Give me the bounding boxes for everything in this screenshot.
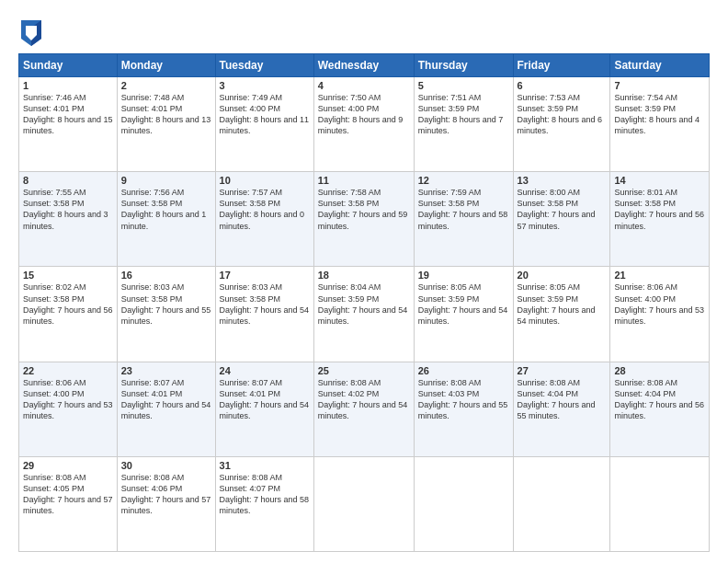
day-content: Sunrise: 7:48 AMSunset: 4:01 PMDaylight:… — [121, 92, 211, 137]
day-content: Sunrise: 8:00 AMSunset: 3:58 PMDaylight:… — [518, 187, 607, 232]
day-cell: 9Sunrise: 7:56 AMSunset: 3:58 PMDaylight… — [117, 172, 215, 267]
day-content: Sunrise: 7:59 AMSunset: 3:58 PMDaylight:… — [418, 187, 509, 232]
day-cell — [610, 456, 710, 551]
day-number: 20 — [518, 270, 607, 281]
day-content: Sunrise: 7:56 AMSunset: 3:58 PMDaylight:… — [121, 187, 211, 232]
logo — [18, 20, 41, 46]
day-cell: 11Sunrise: 7:58 AMSunset: 3:58 PMDayligh… — [313, 172, 414, 267]
day-cell: 26Sunrise: 8:08 AMSunset: 4:03 PMDayligh… — [414, 362, 513, 456]
day-content: Sunrise: 8:08 AMSunset: 4:04 PMDaylight:… — [614, 377, 705, 422]
day-cell: 17Sunrise: 8:03 AMSunset: 3:58 PMDayligh… — [215, 267, 313, 362]
day-content: Sunrise: 7:57 AMSunset: 3:58 PMDaylight:… — [220, 187, 310, 232]
day-number: 16 — [121, 270, 211, 281]
day-number: 28 — [614, 365, 705, 376]
day-cell: 5Sunrise: 7:51 AMSunset: 3:59 PMDaylight… — [414, 77, 513, 172]
day-cell: 25Sunrise: 8:08 AMSunset: 4:02 PMDayligh… — [313, 362, 414, 456]
day-content: Sunrise: 7:51 AMSunset: 3:59 PMDaylight:… — [418, 92, 509, 137]
day-number: 24 — [220, 365, 310, 376]
day-number: 11 — [318, 175, 410, 186]
day-number: 15 — [23, 270, 113, 281]
day-cell: 28Sunrise: 8:08 AMSunset: 4:04 PMDayligh… — [610, 362, 710, 456]
day-number: 2 — [121, 80, 211, 91]
day-cell: 19Sunrise: 8:05 AMSunset: 3:59 PMDayligh… — [414, 267, 513, 362]
day-content: Sunrise: 8:06 AMSunset: 4:00 PMDaylight:… — [23, 377, 113, 422]
day-content: Sunrise: 7:58 AMSunset: 3:58 PMDaylight:… — [318, 187, 410, 232]
day-number: 30 — [121, 460, 211, 471]
day-cell: 4Sunrise: 7:50 AMSunset: 4:00 PMDaylight… — [313, 77, 414, 172]
day-cell — [414, 456, 513, 551]
day-number: 5 — [418, 80, 509, 91]
day-cell: 21Sunrise: 8:06 AMSunset: 4:00 PMDayligh… — [610, 267, 710, 362]
day-number: 26 — [418, 365, 509, 376]
day-content: Sunrise: 8:07 AMSunset: 4:01 PMDaylight:… — [220, 377, 310, 422]
day-number: 14 — [614, 175, 705, 186]
day-number: 21 — [614, 270, 705, 281]
week-row-2: 8Sunrise: 7:55 AMSunset: 3:58 PMDaylight… — [19, 172, 710, 267]
day-number: 7 — [614, 80, 705, 91]
col-header-wednesday: Wednesday — [313, 54, 414, 77]
day-number: 4 — [318, 80, 410, 91]
day-content: Sunrise: 7:46 AMSunset: 4:01 PMDaylight:… — [23, 92, 113, 137]
day-content: Sunrise: 7:49 AMSunset: 4:00 PMDaylight:… — [220, 92, 310, 137]
day-number: 27 — [518, 365, 607, 376]
day-content: Sunrise: 8:06 AMSunset: 4:00 PMDaylight:… — [614, 282, 705, 327]
day-content: Sunrise: 8:08 AMSunset: 4:04 PMDaylight:… — [518, 377, 607, 422]
day-cell: 8Sunrise: 7:55 AMSunset: 3:58 PMDaylight… — [19, 172, 118, 267]
day-cell: 12Sunrise: 7:59 AMSunset: 3:58 PMDayligh… — [414, 172, 513, 267]
day-content: Sunrise: 7:54 AMSunset: 3:59 PMDaylight:… — [614, 92, 705, 137]
day-number: 1 — [23, 80, 113, 91]
day-cell — [513, 456, 610, 551]
page: SundayMondayTuesdayWednesdayThursdayFrid… — [0, 0, 728, 563]
header-row: SundayMondayTuesdayWednesdayThursdayFrid… — [19, 54, 710, 77]
day-number: 31 — [220, 460, 310, 471]
day-cell: 16Sunrise: 8:03 AMSunset: 3:58 PMDayligh… — [117, 267, 215, 362]
day-cell — [313, 456, 414, 551]
day-content: Sunrise: 8:08 AMSunset: 4:02 PMDaylight:… — [318, 377, 410, 422]
day-cell: 3Sunrise: 7:49 AMSunset: 4:00 PMDaylight… — [215, 77, 313, 172]
logo-icon — [21, 20, 41, 46]
week-row-3: 15Sunrise: 8:02 AMSunset: 3:58 PMDayligh… — [19, 267, 710, 362]
day-number: 13 — [518, 175, 607, 186]
col-header-saturday: Saturday — [610, 54, 710, 77]
header — [18, 17, 710, 46]
day-content: Sunrise: 8:02 AMSunset: 3:58 PMDaylight:… — [23, 282, 113, 327]
day-cell: 27Sunrise: 8:08 AMSunset: 4:04 PMDayligh… — [513, 362, 610, 456]
day-number: 22 — [23, 365, 113, 376]
day-content: Sunrise: 7:50 AMSunset: 4:00 PMDaylight:… — [318, 92, 410, 137]
day-content: Sunrise: 8:08 AMSunset: 4:07 PMDaylight:… — [220, 472, 310, 517]
day-cell: 24Sunrise: 8:07 AMSunset: 4:01 PMDayligh… — [215, 362, 313, 456]
day-cell: 22Sunrise: 8:06 AMSunset: 4:00 PMDayligh… — [19, 362, 118, 456]
day-content: Sunrise: 8:03 AMSunset: 3:58 PMDaylight:… — [220, 282, 310, 327]
day-number: 10 — [220, 175, 310, 186]
day-number: 12 — [418, 175, 509, 186]
day-content: Sunrise: 8:07 AMSunset: 4:01 PMDaylight:… — [121, 377, 211, 422]
col-header-sunday: Sunday — [19, 54, 118, 77]
day-cell: 20Sunrise: 8:05 AMSunset: 3:59 PMDayligh… — [513, 267, 610, 362]
day-number: 3 — [220, 80, 310, 91]
col-header-tuesday: Tuesday — [215, 54, 313, 77]
day-cell: 13Sunrise: 8:00 AMSunset: 3:58 PMDayligh… — [513, 172, 610, 267]
col-header-thursday: Thursday — [414, 54, 513, 77]
day-number: 25 — [318, 365, 410, 376]
day-number: 18 — [318, 270, 410, 281]
day-cell: 30Sunrise: 8:08 AMSunset: 4:06 PMDayligh… — [117, 456, 215, 551]
day-number: 19 — [418, 270, 509, 281]
day-cell: 7Sunrise: 7:54 AMSunset: 3:59 PMDaylight… — [610, 77, 710, 172]
day-cell: 1Sunrise: 7:46 AMSunset: 4:01 PMDaylight… — [19, 77, 118, 172]
day-cell: 18Sunrise: 8:04 AMSunset: 3:59 PMDayligh… — [313, 267, 414, 362]
day-content: Sunrise: 7:55 AMSunset: 3:58 PMDaylight:… — [23, 187, 113, 232]
day-content: Sunrise: 8:04 AMSunset: 3:59 PMDaylight:… — [318, 282, 410, 327]
day-number: 6 — [518, 80, 607, 91]
day-cell: 10Sunrise: 7:57 AMSunset: 3:58 PMDayligh… — [215, 172, 313, 267]
day-number: 9 — [121, 175, 211, 186]
day-number: 17 — [220, 270, 310, 281]
week-row-1: 1Sunrise: 7:46 AMSunset: 4:01 PMDaylight… — [19, 77, 710, 172]
day-number: 23 — [121, 365, 211, 376]
day-content: Sunrise: 8:01 AMSunset: 3:58 PMDaylight:… — [614, 187, 705, 232]
day-number: 8 — [23, 175, 113, 186]
day-content: Sunrise: 7:53 AMSunset: 3:59 PMDaylight:… — [518, 92, 607, 137]
day-content: Sunrise: 8:03 AMSunset: 3:58 PMDaylight:… — [121, 282, 211, 327]
calendar-table: SundayMondayTuesdayWednesdayThursdayFrid… — [18, 53, 710, 552]
day-content: Sunrise: 8:08 AMSunset: 4:06 PMDaylight:… — [121, 472, 211, 517]
day-cell: 23Sunrise: 8:07 AMSunset: 4:01 PMDayligh… — [117, 362, 215, 456]
